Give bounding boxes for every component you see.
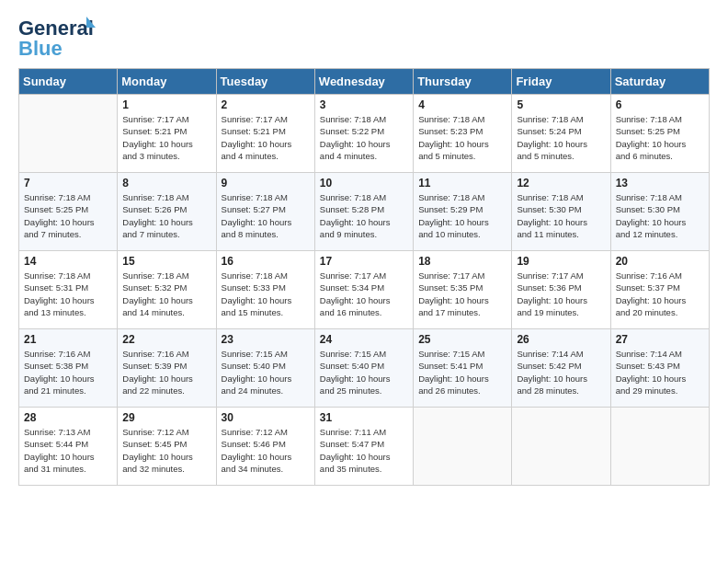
day-number: 29 — [122, 411, 210, 424]
weekday-header-sunday: Sunday — [19, 69, 118, 95]
calendar-cell: 13Sunrise: 7:18 AM Sunset: 5:30 PM Dayli… — [610, 173, 709, 251]
calendar-cell: 10Sunrise: 7:18 AM Sunset: 5:28 PM Dayli… — [314, 173, 413, 251]
day-info: Sunrise: 7:18 AM Sunset: 5:29 PM Dayligh… — [418, 191, 506, 240]
calendar-cell: 27Sunrise: 7:14 AM Sunset: 5:43 PM Dayli… — [610, 329, 709, 408]
day-number: 18 — [418, 255, 506, 268]
day-info: Sunrise: 7:18 AM Sunset: 5:25 PM Dayligh… — [24, 191, 112, 240]
day-info: Sunrise: 7:18 AM Sunset: 5:30 PM Dayligh… — [517, 191, 605, 240]
weekday-header-tuesday: Tuesday — [216, 69, 314, 95]
day-number: 16 — [222, 255, 310, 268]
day-info: Sunrise: 7:18 AM Sunset: 5:30 PM Dayligh… — [616, 191, 704, 240]
day-info: Sunrise: 7:11 AM Sunset: 5:47 PM Dayligh… — [320, 426, 408, 475]
calendar-cell: 11Sunrise: 7:18 AM Sunset: 5:29 PM Dayli… — [414, 173, 512, 251]
calendar-cell: 7Sunrise: 7:18 AM Sunset: 5:25 PM Daylig… — [19, 173, 118, 251]
day-info: Sunrise: 7:16 AM Sunset: 5:37 PM Dayligh… — [616, 270, 704, 318]
weekday-header-thursday: Thursday — [414, 69, 512, 95]
day-number: 12 — [517, 177, 605, 190]
day-info: Sunrise: 7:15 AM Sunset: 5:40 PM Dayligh… — [320, 348, 408, 396]
day-info: Sunrise: 7:18 AM Sunset: 5:22 PM Dayligh… — [320, 113, 408, 162]
day-info: Sunrise: 7:14 AM Sunset: 5:43 PM Dayligh… — [616, 348, 704, 396]
day-number: 7 — [24, 177, 112, 190]
day-info: Sunrise: 7:17 AM Sunset: 5:36 PM Dayligh… — [517, 270, 605, 318]
day-info: Sunrise: 7:12 AM Sunset: 5:45 PM Dayligh… — [122, 426, 210, 475]
calendar-cell: 2Sunrise: 7:17 AM Sunset: 5:21 PM Daylig… — [216, 95, 314, 173]
day-number: 15 — [122, 255, 210, 268]
day-number: 23 — [222, 333, 310, 346]
calendar-cell: 15Sunrise: 7:18 AM Sunset: 5:32 PM Dayli… — [118, 251, 216, 329]
day-number: 3 — [320, 98, 408, 111]
day-number: 14 — [24, 255, 112, 268]
calendar-cell: 12Sunrise: 7:18 AM Sunset: 5:30 PM Dayli… — [512, 173, 610, 251]
calendar-cell: 18Sunrise: 7:17 AM Sunset: 5:35 PM Dayli… — [414, 251, 512, 329]
day-number: 6 — [616, 98, 704, 111]
calendar-cell: 5Sunrise: 7:18 AM Sunset: 5:24 PM Daylig… — [512, 95, 610, 173]
day-number: 5 — [517, 98, 605, 111]
day-info: Sunrise: 7:18 AM Sunset: 5:27 PM Dayligh… — [222, 191, 310, 240]
day-info: Sunrise: 7:13 AM Sunset: 5:44 PM Dayligh… — [24, 426, 112, 475]
calendar-cell — [512, 408, 610, 486]
day-info: Sunrise: 7:18 AM Sunset: 5:32 PM Dayligh… — [122, 270, 210, 318]
weekday-header-friday: Friday — [512, 69, 610, 95]
day-number: 13 — [616, 177, 704, 190]
day-info: Sunrise: 7:15 AM Sunset: 5:40 PM Dayligh… — [222, 348, 310, 396]
day-info: Sunrise: 7:18 AM Sunset: 5:26 PM Dayligh… — [122, 191, 210, 240]
day-number: 24 — [320, 333, 408, 346]
calendar-cell: 9Sunrise: 7:18 AM Sunset: 5:27 PM Daylig… — [216, 173, 314, 251]
calendar-cell: 3Sunrise: 7:18 AM Sunset: 5:22 PM Daylig… — [314, 95, 413, 173]
weekday-header-wednesday: Wednesday — [314, 69, 413, 95]
day-number: 26 — [517, 333, 605, 346]
day-info: Sunrise: 7:16 AM Sunset: 5:38 PM Dayligh… — [24, 348, 112, 396]
calendar-cell — [19, 95, 118, 173]
calendar-cell: 4Sunrise: 7:18 AM Sunset: 5:23 PM Daylig… — [414, 95, 512, 173]
day-number: 11 — [418, 177, 506, 190]
day-number: 28 — [24, 411, 112, 424]
calendar-cell: 21Sunrise: 7:16 AM Sunset: 5:38 PM Dayli… — [19, 329, 118, 408]
calendar-cell: 23Sunrise: 7:15 AM Sunset: 5:40 PM Dayli… — [216, 329, 314, 408]
day-number: 17 — [320, 255, 408, 268]
page-header: General Blue — [18, 18, 710, 59]
day-number: 10 — [320, 177, 408, 190]
calendar-cell: 20Sunrise: 7:16 AM Sunset: 5:37 PM Dayli… — [610, 251, 709, 329]
calendar-cell: 8Sunrise: 7:18 AM Sunset: 5:26 PM Daylig… — [118, 173, 216, 251]
day-info: Sunrise: 7:18 AM Sunset: 5:28 PM Dayligh… — [320, 191, 408, 240]
calendar-cell: 14Sunrise: 7:18 AM Sunset: 5:31 PM Dayli… — [19, 251, 118, 329]
day-number: 1 — [122, 98, 210, 111]
calendar-cell: 17Sunrise: 7:17 AM Sunset: 5:34 PM Dayli… — [314, 251, 413, 329]
day-info: Sunrise: 7:18 AM Sunset: 5:24 PM Dayligh… — [517, 113, 605, 162]
calendar-cell: 28Sunrise: 7:13 AM Sunset: 5:44 PM Dayli… — [19, 408, 118, 486]
calendar-cell: 24Sunrise: 7:15 AM Sunset: 5:40 PM Dayli… — [314, 329, 413, 408]
day-info: Sunrise: 7:18 AM Sunset: 5:33 PM Dayligh… — [222, 270, 310, 318]
day-number: 2 — [222, 98, 310, 111]
weekday-header-monday: Monday — [118, 69, 216, 95]
calendar-cell — [414, 408, 512, 486]
logo-blue: Blue — [18, 39, 63, 59]
day-info: Sunrise: 7:17 AM Sunset: 5:34 PM Dayligh… — [320, 270, 408, 318]
day-info: Sunrise: 7:12 AM Sunset: 5:46 PM Dayligh… — [222, 426, 310, 475]
calendar-table: SundayMondayTuesdayWednesdayThursdayFrid… — [18, 68, 710, 486]
day-info: Sunrise: 7:18 AM Sunset: 5:31 PM Dayligh… — [24, 270, 112, 318]
day-number: 30 — [222, 411, 310, 424]
day-number: 9 — [222, 177, 310, 190]
day-info: Sunrise: 7:14 AM Sunset: 5:42 PM Dayligh… — [517, 348, 605, 396]
calendar-cell: 1Sunrise: 7:17 AM Sunset: 5:21 PM Daylig… — [118, 95, 216, 173]
day-number: 27 — [616, 333, 704, 346]
day-number: 8 — [122, 177, 210, 190]
calendar-cell: 29Sunrise: 7:12 AM Sunset: 5:45 PM Dayli… — [118, 408, 216, 486]
day-info: Sunrise: 7:17 AM Sunset: 5:21 PM Dayligh… — [122, 113, 210, 162]
day-info: Sunrise: 7:18 AM Sunset: 5:23 PM Dayligh… — [418, 113, 506, 162]
calendar-cell: 19Sunrise: 7:17 AM Sunset: 5:36 PM Dayli… — [512, 251, 610, 329]
day-number: 25 — [418, 333, 506, 346]
calendar-cell: 16Sunrise: 7:18 AM Sunset: 5:33 PM Dayli… — [216, 251, 314, 329]
calendar-cell: 6Sunrise: 7:18 AM Sunset: 5:25 PM Daylig… — [610, 95, 709, 173]
calendar-cell: 22Sunrise: 7:16 AM Sunset: 5:39 PM Dayli… — [118, 329, 216, 408]
day-number: 21 — [24, 333, 112, 346]
day-number: 31 — [320, 411, 408, 424]
day-number: 4 — [418, 98, 506, 111]
day-info: Sunrise: 7:16 AM Sunset: 5:39 PM Dayligh… — [122, 348, 210, 396]
day-info: Sunrise: 7:18 AM Sunset: 5:25 PM Dayligh… — [616, 113, 704, 162]
logo-general: General — [18, 17, 94, 40]
day-info: Sunrise: 7:15 AM Sunset: 5:41 PM Dayligh… — [418, 348, 506, 396]
calendar-cell — [610, 408, 709, 486]
weekday-header-saturday: Saturday — [610, 69, 709, 95]
logo: General Blue — [18, 18, 94, 59]
